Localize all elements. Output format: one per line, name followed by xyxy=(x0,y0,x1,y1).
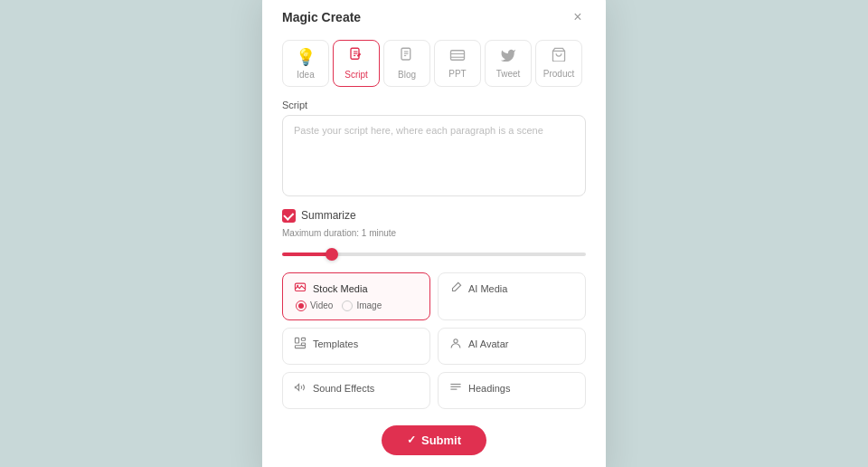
stock-media-icon xyxy=(294,281,307,297)
templates-label: Templates xyxy=(313,338,358,349)
blog-icon xyxy=(399,46,415,67)
radio-video[interactable]: Video xyxy=(296,300,333,311)
tab-bar: 💡 Idea Script xyxy=(282,40,586,87)
tab-script[interactable]: Script xyxy=(333,40,380,87)
tab-script-label: Script xyxy=(344,70,368,80)
tab-product-label: Product xyxy=(543,69,574,79)
close-button[interactable]: × xyxy=(570,9,586,25)
magic-create-modal: Magic Create × 💡 Idea Script xyxy=(262,0,606,467)
templates-icon xyxy=(294,337,307,352)
headings-label: Headings xyxy=(468,383,510,394)
tab-ppt-label: PPT xyxy=(448,69,466,79)
modal-title: Magic Create xyxy=(282,10,361,24)
tab-blog-label: Blog xyxy=(398,70,416,80)
sound-effects-label: Sound Effects xyxy=(313,383,374,394)
tab-idea[interactable]: 💡 Idea xyxy=(282,40,329,87)
svg-rect-17 xyxy=(301,343,305,346)
option-ai-media[interactable]: AI Media xyxy=(438,272,586,320)
svg-point-13 xyxy=(297,284,298,286)
tab-blog[interactable]: Blog xyxy=(383,40,430,87)
submit-row: ✓ Submit xyxy=(282,425,586,455)
option-ai-avatar[interactable]: AI Avatar xyxy=(438,328,586,365)
script-icon xyxy=(348,46,364,67)
stock-media-radio-row: Video Image xyxy=(294,300,419,311)
duration-slider[interactable] xyxy=(282,253,586,256)
option-headings[interactable]: Headings xyxy=(438,372,586,409)
headings-icon xyxy=(449,381,462,396)
submit-label: Submit xyxy=(421,434,461,447)
tab-tweet[interactable]: Tweet xyxy=(485,40,532,87)
script-section-label: Script xyxy=(282,100,586,110)
svg-rect-14 xyxy=(295,338,298,343)
svg-point-18 xyxy=(454,338,458,342)
ai-media-icon xyxy=(449,281,462,297)
ai-media-label: AI Media xyxy=(468,283,507,294)
option-templates[interactable]: Templates xyxy=(282,328,430,365)
tab-tweet-label: Tweet xyxy=(496,69,521,79)
tab-idea-label: Idea xyxy=(297,70,314,80)
ppt-icon xyxy=(449,47,466,66)
radio-video-dot xyxy=(296,300,307,311)
tab-ppt[interactable]: PPT xyxy=(434,40,481,87)
product-icon xyxy=(551,47,567,66)
submit-check-icon: ✓ xyxy=(407,434,416,446)
svg-rect-15 xyxy=(301,338,305,340)
option-sound-effects[interactable]: Sound Effects xyxy=(282,372,430,409)
radio-image[interactable]: Image xyxy=(342,300,382,311)
ai-avatar-label: AI Avatar xyxy=(468,338,508,349)
sound-effects-icon xyxy=(294,381,307,396)
options-grid: Stock Media Video Image xyxy=(282,272,586,409)
duration-slider-container xyxy=(282,243,586,260)
duration-label: Maximum duration: 1 minute xyxy=(282,228,586,238)
option-stock-media[interactable]: Stock Media Video Image xyxy=(282,272,430,320)
idea-icon: 💡 xyxy=(296,47,316,67)
summarize-label: Summarize xyxy=(301,209,356,222)
radio-image-dot xyxy=(342,300,353,311)
stock-media-label: Stock Media xyxy=(313,283,368,294)
tab-product[interactable]: Product xyxy=(535,40,582,87)
radio-video-label: Video xyxy=(310,300,333,310)
radio-image-label: Image xyxy=(356,300,382,310)
script-input[interactable] xyxy=(282,115,586,196)
svg-rect-8 xyxy=(451,51,465,61)
summarize-checkbox[interactable] xyxy=(282,209,296,223)
submit-button[interactable]: ✓ Submit xyxy=(382,425,486,455)
ai-avatar-icon xyxy=(449,337,462,352)
modal-header: Magic Create × xyxy=(282,9,586,25)
tweet-icon xyxy=(500,47,516,66)
summarize-row: Summarize xyxy=(282,209,586,223)
